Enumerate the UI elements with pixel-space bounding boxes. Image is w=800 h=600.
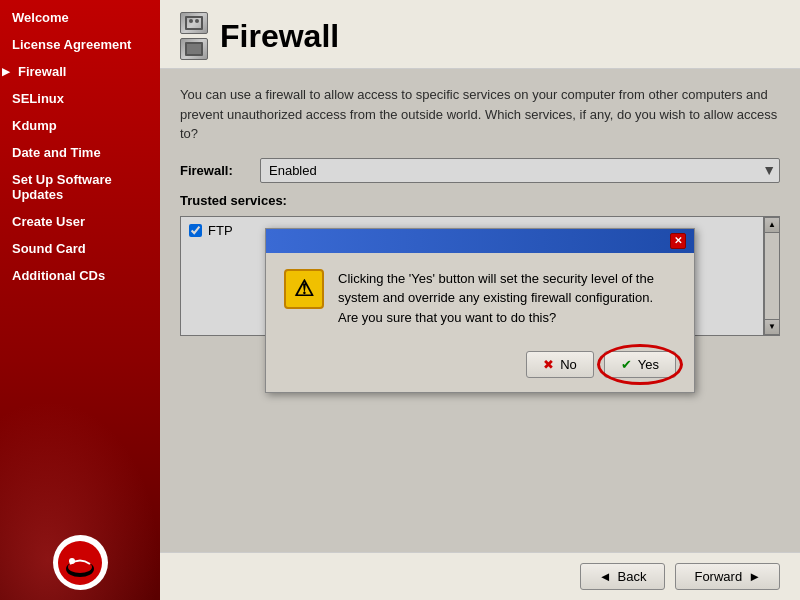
sidebar-item-welcome[interactable]: Welcome — [0, 4, 160, 31]
yes-button[interactable]: ✔ Yes — [604, 351, 676, 378]
firewall-bottom-icon — [180, 38, 208, 60]
no-label: No — [560, 357, 577, 372]
dialog-body: ⚠ Clicking the 'Yes' button will set the… — [266, 253, 694, 344]
sidebar-item-datetime[interactable]: Date and Time — [0, 139, 160, 166]
sidebar-item-label: Welcome — [12, 10, 69, 25]
sidebar-item-label: Kdump — [12, 118, 57, 133]
content-area: You can use a firewall to allow access t… — [160, 69, 800, 552]
sidebar-item-license[interactable]: License Agreement — [0, 31, 160, 58]
yes-icon: ✔ — [621, 357, 632, 372]
sidebar-item-label: License Agreement — [12, 37, 131, 52]
dialog-message: Clicking the 'Yes' button will set the s… — [338, 269, 676, 328]
dialog-overlay: ✕ ⚠ Clicking the 'Yes' button will set t… — [160, 69, 800, 552]
sidebar: Welcome License Agreement Firewall SELin… — [0, 0, 160, 600]
dialog-title-text — [274, 234, 277, 248]
dialog-buttons: ✖ No ✔ Yes — [266, 343, 694, 392]
sidebar-logo — [0, 525, 160, 600]
sidebar-item-selinux[interactable]: SELinux — [0, 85, 160, 112]
sidebar-item-cds[interactable]: Additional CDs — [0, 262, 160, 289]
svg-point-3 — [69, 558, 75, 564]
sidebar-item-label: Firewall — [18, 64, 66, 79]
header-icon-group — [180, 12, 208, 60]
sidebar-item-kdump[interactable]: Kdump — [0, 112, 160, 139]
sidebar-item-soundcard[interactable]: Sound Card — [0, 235, 160, 262]
footer: ◄ Back Forward ► — [160, 552, 800, 600]
dialog-titlebar: ✕ — [266, 229, 694, 253]
sidebar-item-createuser[interactable]: Create User — [0, 208, 160, 235]
page-header: Firewall — [160, 0, 800, 69]
redhat-logo-icon — [53, 535, 108, 590]
sidebar-item-label: SELinux — [12, 91, 64, 106]
sidebar-item-label: Additional CDs — [12, 268, 105, 283]
warning-icon: ⚠ — [284, 269, 324, 309]
sidebar-item-firewall[interactable]: Firewall — [0, 58, 160, 85]
page-title: Firewall — [220, 18, 339, 55]
dialog-close-button[interactable]: ✕ — [670, 233, 686, 249]
back-label: Back — [618, 569, 647, 584]
sidebar-item-label: Date and Time — [12, 145, 101, 160]
forward-label: Forward — [694, 569, 742, 584]
no-button[interactable]: ✖ No — [526, 351, 594, 378]
no-icon: ✖ — [543, 357, 554, 372]
sidebar-item-label: Set Up Software Updates — [12, 172, 148, 202]
forward-arrow-icon: ► — [748, 569, 761, 584]
sidebar-item-updates[interactable]: Set Up Software Updates — [0, 166, 160, 208]
main-content: Firewall You can use a firewall to allow… — [160, 0, 800, 600]
confirmation-dialog: ✕ ⚠ Clicking the 'Yes' button will set t… — [265, 228, 695, 394]
back-button[interactable]: ◄ Back — [580, 563, 666, 590]
firewall-top-icon — [180, 12, 208, 34]
forward-button[interactable]: Forward ► — [675, 563, 780, 590]
sidebar-item-label: Create User — [12, 214, 85, 229]
sidebar-item-label: Sound Card — [12, 241, 86, 256]
back-arrow-icon: ◄ — [599, 569, 612, 584]
yes-label: Yes — [638, 357, 659, 372]
